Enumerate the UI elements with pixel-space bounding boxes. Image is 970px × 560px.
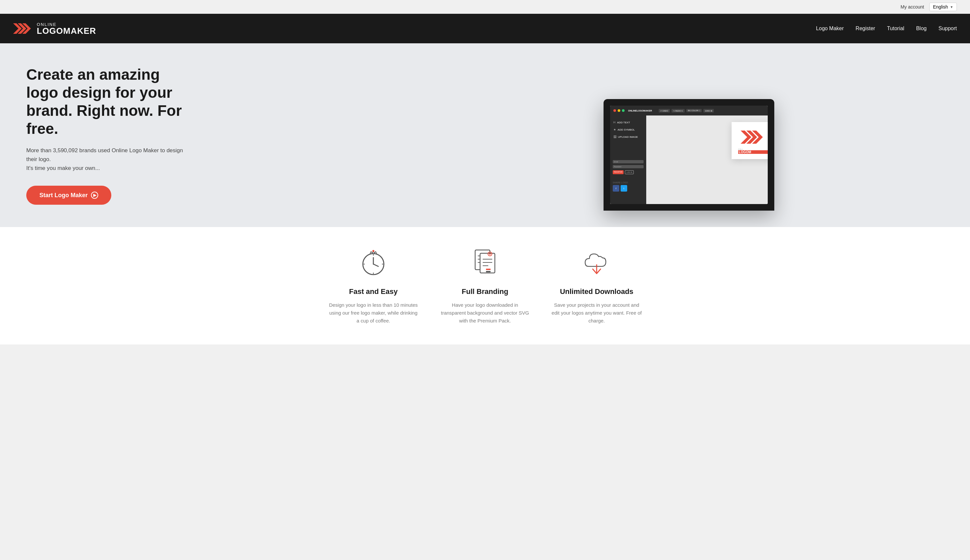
unlimited-downloads-desc: Save your projects in your account and e… bbox=[551, 301, 642, 325]
email-field-preview: Email bbox=[613, 160, 644, 163]
logo-preview-panel: ONLI LOGOM bbox=[732, 122, 768, 159]
image-icon: 🖼 bbox=[614, 135, 616, 138]
share-icons: f t bbox=[613, 185, 644, 192]
cta-label: Start Logo Maker bbox=[39, 192, 88, 199]
hero-mockup: ONLINELOGOMAKER ↩ UNDO ↪ REDO C BG COLOR… bbox=[388, 43, 970, 227]
logo-icon bbox=[13, 21, 33, 37]
language-label: English bbox=[933, 4, 948, 10]
start-logo-maker-button[interactable]: Start Logo Maker ▶ bbox=[26, 186, 111, 205]
main-nav: ONLINE LOGOMAKER Logo Maker Register Tut… bbox=[0, 14, 970, 43]
top-bar: My account English ▼ bbox=[0, 0, 970, 14]
upload-image-label: UPLOAD IMAGE bbox=[618, 135, 638, 138]
nav-register[interactable]: Register bbox=[856, 26, 875, 31]
undo-button[interactable]: ↩ UNDO bbox=[659, 109, 670, 113]
text-icon: H bbox=[614, 121, 616, 124]
share-section: SHARE LOGO f t bbox=[610, 177, 646, 192]
screen-canvas: ONLI LOGOM bbox=[646, 115, 768, 204]
logo-preview-svg bbox=[738, 127, 768, 147]
features-section: Fast and Easy Design your logo in less t… bbox=[0, 227, 970, 345]
login-buttons: REGISTER LOG IN bbox=[613, 170, 644, 174]
logo-area: ONLINE LOGOMAKER bbox=[13, 21, 96, 37]
unlimited-downloads-title: Unlimited Downloads bbox=[551, 287, 642, 296]
branding-icon bbox=[468, 247, 502, 280]
preview-logomaker-text: LOGOM bbox=[738, 150, 768, 154]
chevron-down-icon: ▼ bbox=[950, 5, 953, 9]
my-account-link[interactable]: My account bbox=[901, 4, 924, 10]
login-panel: Email Password REGISTER LOG IN bbox=[610, 153, 646, 174]
nav-support[interactable]: Support bbox=[938, 26, 957, 31]
language-selector[interactable]: English ▼ bbox=[929, 3, 957, 11]
sidebar-upload-image[interactable]: 🖼 UPLOAD IMAGE bbox=[610, 133, 646, 140]
add-symbol-label: ADD SYMBOL bbox=[618, 128, 635, 131]
bg-color-button[interactable]: BG COLOR □ bbox=[686, 109, 702, 112]
star-icon: ★ bbox=[614, 128, 616, 131]
svg-point-13 bbox=[372, 250, 375, 252]
nav-logo-maker[interactable]: Logo Maker bbox=[816, 26, 844, 31]
login-btn-preview[interactable]: LOG IN bbox=[625, 170, 634, 174]
clock-icon bbox=[357, 247, 390, 280]
dot-yellow bbox=[618, 109, 620, 112]
nav-blog[interactable]: Blog bbox=[916, 26, 927, 31]
grid-button[interactable]: GRID ⊞ bbox=[703, 109, 714, 113]
nav-tutorial[interactable]: Tutorial bbox=[887, 26, 904, 31]
cloud-download-icon bbox=[580, 247, 613, 280]
twitter-share-button[interactable]: t bbox=[620, 185, 627, 192]
feature-fast-easy: Fast and Easy Design your logo in less t… bbox=[328, 247, 419, 325]
screen-top-bar: ONLINELOGOMAKER ↩ UNDO ↪ REDO C BG COLOR… bbox=[610, 106, 768, 115]
sidebar-add-text[interactable]: H ADD TEXT bbox=[610, 119, 646, 126]
dot-red bbox=[614, 109, 616, 112]
hero-content: Create an amazing logo design for your b… bbox=[0, 46, 214, 224]
redo-button[interactable]: ↪ REDO C bbox=[672, 109, 685, 113]
facebook-share-button[interactable]: f bbox=[613, 185, 619, 192]
laptop-screen: ONLINELOGOMAKER ↩ UNDO ↪ REDO C BG COLOR… bbox=[610, 106, 768, 204]
screen-content: H ADD TEXT ★ ADD SYMBOL 🖼 UPLOAD IMAGE bbox=[610, 115, 768, 204]
feature-full-branding: Full Branding Have your logo downloaded … bbox=[439, 247, 531, 325]
screen-sidebar: H ADD TEXT ★ ADD SYMBOL 🖼 UPLOAD IMAGE bbox=[610, 115, 646, 204]
share-logo-label: SHARE LOGO bbox=[613, 182, 644, 184]
logo-logomaker: LOGOMAKER bbox=[37, 27, 96, 35]
register-btn-preview[interactable]: REGISTER bbox=[613, 170, 624, 174]
hero-section: Create an amazing logo design for your b… bbox=[0, 43, 970, 227]
password-field-preview: Password bbox=[613, 165, 644, 168]
svg-rect-25 bbox=[486, 269, 491, 270]
hero-subtitle: More than 3,590,092 brands used Online L… bbox=[26, 146, 187, 173]
add-text-label: ADD TEXT bbox=[617, 121, 630, 124]
logo-text: ONLINE LOGOMAKER bbox=[37, 22, 96, 35]
hero-title: Create an amazing logo design for your b… bbox=[26, 66, 187, 138]
full-branding-desc: Have your logo downloaded in transparent… bbox=[439, 301, 531, 325]
svg-rect-26 bbox=[486, 271, 491, 272]
dot-green bbox=[622, 109, 625, 112]
fast-easy-desc: Design your logo in less than 10 minutes… bbox=[328, 301, 419, 325]
laptop-frame: ONLINELOGOMAKER ↩ UNDO ↪ REDO C BG COLOR… bbox=[604, 99, 774, 211]
arrow-right-icon: ▶ bbox=[91, 192, 98, 199]
feature-unlimited-downloads: Unlimited Downloads Save your projects i… bbox=[551, 247, 642, 325]
screen-logo-text: ONLINELOGOMAKER bbox=[628, 110, 652, 112]
sidebar-add-symbol[interactable]: ★ ADD SYMBOL bbox=[610, 126, 646, 133]
nav-links: Logo Maker Register Tutorial Blog Suppor… bbox=[816, 26, 957, 32]
svg-line-8 bbox=[373, 264, 378, 267]
fast-easy-title: Fast and Easy bbox=[328, 287, 419, 296]
full-branding-title: Full Branding bbox=[439, 287, 531, 296]
